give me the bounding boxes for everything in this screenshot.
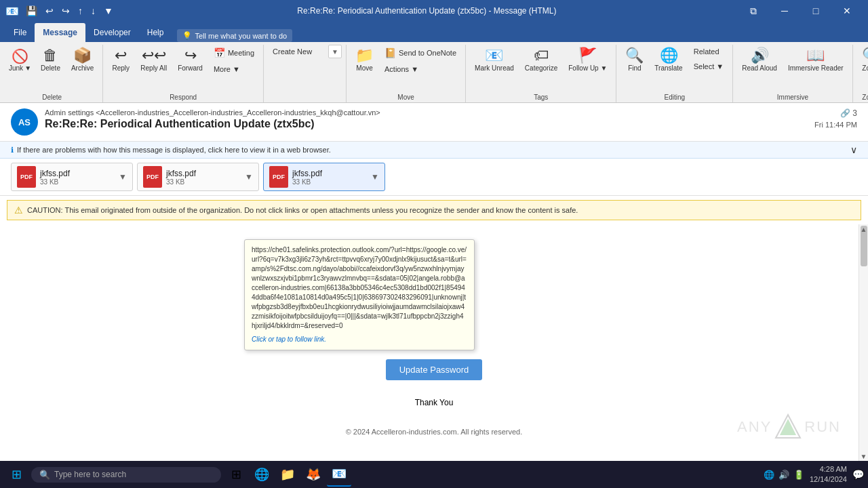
actions-label: Actions ▼ bbox=[384, 65, 418, 73]
save-button[interactable]: 💾 bbox=[23, 4, 40, 18]
ribbon: 🚫 Junk ▼ 🗑 Delete 📦 Archive Delete ↩ Rep… bbox=[0, 42, 868, 103]
scroll-up-arrow[interactable]: ▲ bbox=[859, 224, 868, 234]
watermark: ANY RUN bbox=[737, 413, 841, 441]
update-password-button[interactable]: Update Password bbox=[386, 359, 483, 380]
forward-button[interactable]: ↪ Forward bbox=[173, 45, 208, 75]
delete-group-content: 🚫 Junk ▼ 🗑 Delete 📦 Archive bbox=[5, 45, 98, 92]
read-aloud-label: Read Aloud bbox=[742, 64, 777, 72]
immersive-reader-button[interactable]: 📖 Immersive Reader bbox=[783, 45, 848, 75]
ribbon-group-delete: 🚫 Junk ▼ 🗑 Delete 📦 Archive Delete bbox=[3, 45, 103, 102]
more-button[interactable]: More ▼ bbox=[209, 62, 259, 76]
outlook-app[interactable]: 📧 bbox=[327, 462, 351, 487]
battery-icon: 🔋 bbox=[793, 470, 804, 480]
taskbar-apps: ⊞ 🌐 📁 🦊 📧 bbox=[224, 462, 761, 487]
related-button[interactable]: Related bbox=[689, 45, 729, 58]
window-title: Re:Re:Re: Periodical Authentication Upda… bbox=[116, 6, 738, 16]
taskbar-search[interactable]: 🔍 Type here to search bbox=[31, 467, 221, 483]
scroll-track[interactable]: ▲ ▼ bbox=[859, 224, 868, 461]
ribbon-group-move: 📁 Move 📔 Send to OneNote Actions ▼ Move bbox=[348, 45, 466, 102]
tab-developer[interactable]: Developer bbox=[85, 23, 139, 42]
ribbon-tabs: File Message Developer Help 💡 Tell me wh… bbox=[0, 22, 868, 42]
delete-label: Delete bbox=[41, 64, 60, 72]
send-onenote-button[interactable]: 📔 Send to OneNote bbox=[380, 45, 461, 61]
junk-button[interactable]: 🚫 Junk ▼ bbox=[5, 45, 35, 75]
actions-button[interactable]: Actions ▼ bbox=[380, 62, 461, 76]
att-arrow-0[interactable]: ▼ bbox=[119, 172, 127, 182]
zoom-icon: 🔍 bbox=[862, 48, 868, 63]
meeting-button[interactable]: 📅 Meeting bbox=[209, 45, 259, 61]
tab-message[interactable]: Message bbox=[35, 23, 85, 42]
tab-help[interactable]: Help bbox=[139, 23, 172, 42]
tell-me-input[interactable]: 💡 Tell me what you want to do bbox=[177, 29, 292, 42]
find-button[interactable]: 🔍 Find bbox=[620, 45, 648, 75]
attachment-0[interactable]: PDF jkfss.pdf 33 KB ▼ bbox=[11, 163, 133, 191]
delete-button[interactable]: 🗑 Delete bbox=[36, 45, 65, 75]
undo-button[interactable]: ↩ bbox=[43, 4, 56, 18]
tooltip-url: https://che01.safelinks.protection.outlo… bbox=[252, 246, 467, 329]
create-new-button[interactable]: Create New bbox=[268, 45, 324, 58]
follow-up-button[interactable]: 🚩 Follow Up ▼ bbox=[564, 45, 612, 75]
edge-app[interactable]: 🌐 bbox=[250, 462, 274, 487]
zoom-button[interactable]: 🔍 Zoom bbox=[857, 45, 868, 75]
customize-button[interactable]: ▼ bbox=[101, 4, 116, 18]
reply-button[interactable]: ↩ Reply bbox=[107, 45, 134, 75]
maximize-button[interactable]: □ bbox=[800, 0, 831, 22]
start-button[interactable]: ⊞ bbox=[4, 462, 28, 487]
reply-all-button[interactable]: ↩↩ Reply All bbox=[136, 45, 172, 75]
follow-up-label: Follow Up ▼ bbox=[568, 64, 607, 72]
minimize-button[interactable]: ─ bbox=[769, 0, 800, 22]
move-group-label: Move bbox=[351, 92, 461, 102]
translate-button[interactable]: 🌐 Translate bbox=[650, 45, 687, 75]
select-button[interactable]: Select ▼ bbox=[689, 60, 729, 73]
close-button[interactable]: ✕ bbox=[831, 0, 863, 22]
reply-all-label: Reply All bbox=[140, 64, 167, 72]
restore-button[interactable]: ⧉ bbox=[738, 0, 769, 22]
explorer-app[interactable]: 📁 bbox=[275, 462, 300, 487]
attachment-1[interactable]: PDF jkfss.pdf 33 KB ▼ bbox=[137, 163, 259, 191]
firefox-app[interactable]: 🦊 bbox=[301, 462, 326, 487]
find-label: Find bbox=[628, 64, 641, 72]
follow-up-icon: 🚩 bbox=[578, 48, 597, 63]
taskbar-clock: 4:28 AM 12/14/2024 bbox=[810, 464, 847, 485]
window-controls: ⧉ ─ □ ✕ bbox=[738, 0, 863, 22]
att-size-2: 33 KB bbox=[292, 178, 367, 186]
att-size-0: 33 KB bbox=[40, 178, 115, 186]
tab-file[interactable]: File bbox=[5, 23, 35, 42]
move-button[interactable]: 📁 Move bbox=[351, 45, 378, 75]
info-close-icon[interactable]: ∨ bbox=[850, 144, 857, 155]
att-arrow-1[interactable]: ▼ bbox=[245, 172, 253, 182]
notification-icon[interactable]: 💬 bbox=[852, 469, 864, 480]
attachment-2[interactable]: PDF jkfss.pdf 33 KB ▼ bbox=[263, 163, 385, 191]
categorize-label: Categorize bbox=[525, 64, 557, 72]
editing-group-label: Editing bbox=[620, 92, 728, 102]
down-button[interactable]: ↓ bbox=[88, 4, 98, 18]
categorize-button[interactable]: 🏷 Categorize bbox=[520, 45, 562, 75]
quick-steps-expand[interactable]: ▼ bbox=[328, 45, 342, 58]
junk-dropdown-icon: ▼ bbox=[24, 64, 31, 72]
caution-bar: ⚠ CAUTION: This email originated from ou… bbox=[7, 200, 861, 220]
email-body: https://che01.safelinks.protection.outlo… bbox=[0, 224, 868, 461]
archive-button[interactable]: 📦 Archive bbox=[66, 45, 98, 75]
forward-label: Forward bbox=[178, 64, 203, 72]
att-info-1: jkfss.pdf 33 KB bbox=[166, 169, 241, 186]
delete-group-label: Delete bbox=[5, 92, 98, 102]
respond-small-buttons: 📅 Meeting More ▼ bbox=[209, 45, 259, 76]
read-aloud-button[interactable]: 🔊 Read Aloud bbox=[737, 45, 782, 75]
editing-group-content: 🔍 Find 🌐 Translate Related Select ▼ bbox=[620, 45, 728, 92]
immersive-group-content: 🔊 Read Aloud 📖 Immersive Reader bbox=[737, 45, 848, 92]
taskview-app[interactable]: ⊞ bbox=[224, 462, 248, 487]
att-info-2: jkfss.pdf 33 KB bbox=[292, 169, 367, 186]
find-icon: 🔍 bbox=[625, 48, 644, 63]
link-tooltip: https://che01.safelinks.protection.outlo… bbox=[244, 239, 475, 350]
att-arrow-2[interactable]: ▼ bbox=[371, 172, 379, 182]
message-area: AS Admin settings <Accelleron-industries… bbox=[0, 103, 868, 461]
mark-unread-button[interactable]: 📧 Mark Unread bbox=[470, 45, 519, 75]
chain-icon: 🔗 bbox=[840, 108, 850, 118]
redo-button[interactable]: ↪ bbox=[59, 4, 73, 18]
up-button[interactable]: ↑ bbox=[75, 4, 85, 18]
scroll-down-arrow[interactable]: ▼ bbox=[859, 451, 868, 461]
info-bar[interactable]: ℹ If there are problems with how this me… bbox=[0, 142, 868, 159]
forward-icon: ↪ bbox=[184, 48, 197, 63]
thank-you-text: Thank You bbox=[264, 398, 604, 407]
clock-time: 4:28 AM bbox=[810, 464, 847, 474]
